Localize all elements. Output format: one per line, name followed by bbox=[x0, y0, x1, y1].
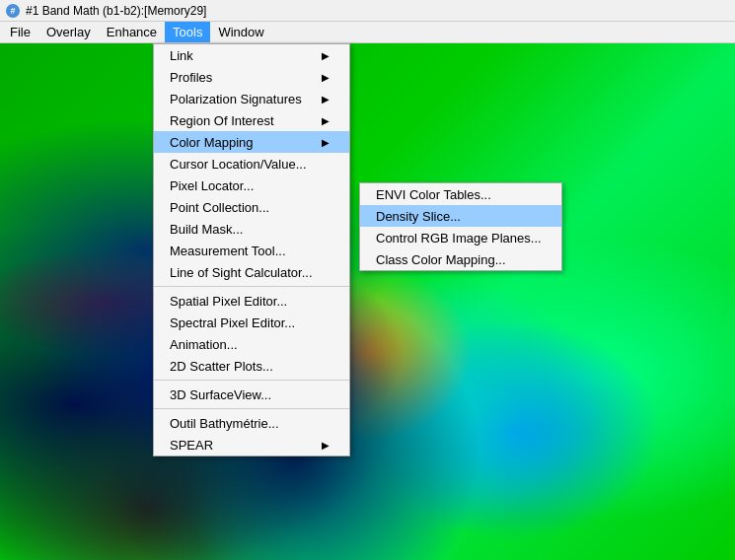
menu-bar: File Overlay Enhance Tools Window bbox=[0, 22, 735, 43]
menu-tools[interactable]: Tools bbox=[165, 22, 210, 42]
divider-3 bbox=[154, 408, 349, 409]
menu-polarization[interactable]: Polarization Signatures ▶ bbox=[154, 88, 349, 109]
canvas-area bbox=[0, 43, 735, 560]
menu-line-of-sight[interactable]: Line of Sight Calculator... bbox=[154, 261, 349, 283]
menu-profiles[interactable]: Profiles ▶ bbox=[154, 66, 349, 88]
menu-class-color[interactable]: Class Color Mapping... bbox=[360, 248, 561, 270]
color-mapping-submenu: ENVI Color Tables... Density Slice... Co… bbox=[359, 182, 562, 271]
menu-animation[interactable]: Animation... bbox=[154, 333, 349, 355]
menu-scatter-plots[interactable]: 2D Scatter Plots... bbox=[154, 355, 349, 377]
menu-cursor-location[interactable]: Cursor Location/Value... bbox=[154, 153, 349, 175]
menu-build-mask[interactable]: Build Mask... bbox=[154, 218, 349, 240]
arrow-icon: ▶ bbox=[322, 115, 330, 126]
menu-window[interactable]: Window bbox=[210, 22, 271, 42]
menu-color-mapping[interactable]: Color Mapping ▶ bbox=[154, 131, 349, 153]
menu-spatial-pixel[interactable]: Spatial Pixel Editor... bbox=[154, 290, 349, 312]
menu-control-rgb[interactable]: Control RGB Image Planes... bbox=[360, 227, 561, 248]
arrow-icon: ▶ bbox=[322, 137, 330, 148]
arrow-icon: ▶ bbox=[322, 72, 330, 83]
satellite-image bbox=[0, 43, 735, 560]
window-title: #1 Band Math (b1-b2):[Memory29] bbox=[26, 4, 206, 18]
menu-point-collection[interactable]: Point Collection... bbox=[154, 196, 349, 218]
menu-envi-color-tables[interactable]: ENVI Color Tables... bbox=[360, 183, 561, 205]
title-bar: # #1 Band Math (b1-b2):[Memory29] bbox=[0, 0, 735, 22]
divider-1 bbox=[154, 286, 349, 287]
arrow-icon: ▶ bbox=[322, 440, 330, 451]
menu-surface-view[interactable]: 3D SurfaceView... bbox=[154, 384, 349, 405]
arrow-icon: ▶ bbox=[322, 50, 330, 61]
divider-2 bbox=[154, 380, 349, 381]
menu-pixel-locator[interactable]: Pixel Locator... bbox=[154, 175, 349, 196]
menu-density-slice[interactable]: Density Slice... bbox=[360, 205, 561, 227]
arrow-icon: ▶ bbox=[322, 94, 330, 105]
menu-spear[interactable]: SPEAR ▶ bbox=[154, 434, 349, 455]
menu-bathymetrie[interactable]: Outil Bathymétrie... bbox=[154, 412, 349, 434]
menu-link[interactable]: Link ▶ bbox=[154, 44, 349, 66]
menu-overlay[interactable]: Overlay bbox=[38, 22, 99, 42]
menu-file[interactable]: File bbox=[2, 22, 38, 42]
menu-enhance[interactable]: Enhance bbox=[99, 22, 165, 42]
app-icon: # bbox=[6, 4, 20, 18]
menu-roi[interactable]: Region Of Interest ▶ bbox=[154, 109, 349, 131]
menu-spectral-pixel[interactable]: Spectral Pixel Editor... bbox=[154, 312, 349, 333]
menu-measurement-tool[interactable]: Measurement Tool... bbox=[154, 240, 349, 261]
tools-dropdown: Link ▶ Profiles ▶ Polarization Signature… bbox=[153, 43, 350, 456]
